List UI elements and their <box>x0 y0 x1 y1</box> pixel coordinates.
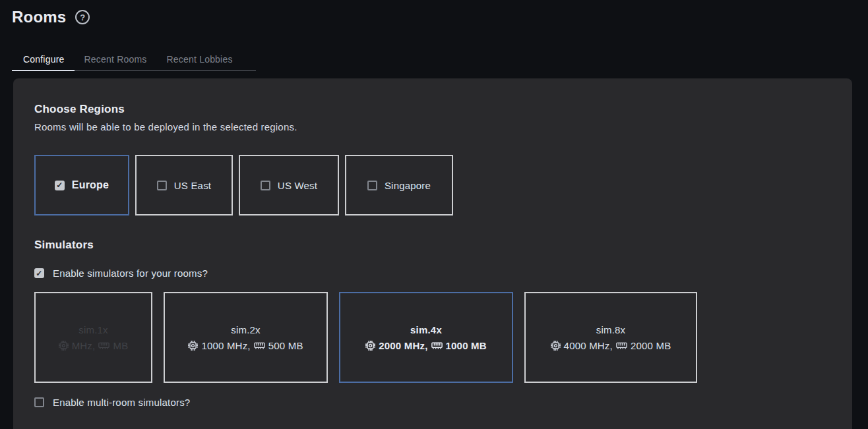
ram-icon <box>431 341 443 350</box>
cpu-chip-icon <box>551 341 561 351</box>
region-card-europe[interactable]: Europe <box>34 155 129 215</box>
tab-recent-lobbies[interactable]: Recent Lobbies <box>157 47 243 71</box>
sim-name: sim.8x <box>596 324 626 335</box>
page-title: Rooms <box>12 8 66 26</box>
tab-label: Configure <box>23 54 65 65</box>
sim-card-1x: sim.1x MHz, MB <box>34 292 152 383</box>
region-card-us-east[interactable]: US East <box>135 155 233 215</box>
tab-label: Recent Rooms <box>84 54 147 65</box>
cpu-chip-icon <box>188 341 198 351</box>
ram-icon <box>616 341 627 350</box>
sim-card-8x[interactable]: sim.8x 4000 MHz, 2000 MB <box>524 292 697 383</box>
ram-icon <box>98 341 109 350</box>
region-label: Singapore <box>385 180 431 191</box>
simulators-heading: Simulators <box>34 239 831 252</box>
checkbox-unchecked-icon[interactable] <box>261 181 270 190</box>
checkbox-checked-icon[interactable] <box>55 181 65 190</box>
tab-bar: Configure Recent Rooms Recent Lobbies <box>13 47 868 71</box>
tab-recent-rooms[interactable]: Recent Rooms <box>75 47 157 71</box>
enable-simulators-checkbox[interactable]: Enable simulators for your rooms? <box>34 268 831 279</box>
region-label: US East <box>174 180 211 191</box>
tab-configure[interactable]: Configure <box>13 47 75 71</box>
sim-cpu: 2000 MHz, <box>379 340 427 351</box>
sim-spec: 4000 MHz, 2000 MB <box>551 340 671 351</box>
regions-subtitle: Rooms will be able to be deployed in the… <box>34 121 831 132</box>
cpu-chip-icon <box>59 341 69 351</box>
enable-multi-room-label: Enable multi-room simulators? <box>53 397 190 408</box>
sim-card-2x[interactable]: sim.2x 1000 MHz, 500 MB <box>164 292 328 383</box>
region-label: US West <box>278 180 317 191</box>
enable-multi-room-checkbox[interactable]: Enable multi-room simulators? <box>34 397 831 408</box>
sim-name: sim.4x <box>410 324 442 335</box>
sim-ram: 2000 MB <box>631 340 671 351</box>
cpu-chip-icon <box>365 341 375 351</box>
tab-label: Recent Lobbies <box>167 54 233 65</box>
sim-ram: MB <box>113 340 128 351</box>
region-card-us-west[interactable]: US West <box>239 155 339 215</box>
region-label: Europe <box>72 179 109 191</box>
sim-cpu: MHz, <box>72 340 96 351</box>
checkbox-checked-icon[interactable] <box>34 268 44 278</box>
region-card-singapore[interactable]: Singapore <box>345 155 453 215</box>
help-icon[interactable]: ? <box>75 10 90 24</box>
checkbox-unchecked-icon[interactable] <box>157 181 167 190</box>
sim-name: sim.2x <box>231 324 261 335</box>
checkbox-unchecked-icon[interactable] <box>34 397 44 407</box>
sim-ram: 500 MB <box>268 340 303 351</box>
enable-simulators-label: Enable simulators for your rooms? <box>53 268 208 279</box>
sim-cpu: 1000 MHz, <box>201 340 250 351</box>
sim-ram: 1000 MB <box>446 340 487 351</box>
page-header: Rooms ? <box>0 0 868 26</box>
ram-icon <box>254 341 265 350</box>
regions-heading: Choose Regions <box>34 103 831 116</box>
region-options: Europe US East US West Singapore <box>34 155 831 215</box>
checkbox-unchecked-icon[interactable] <box>367 181 377 190</box>
sim-spec: 1000 MHz, 500 MB <box>188 340 303 351</box>
sim-cpu: 4000 MHz, <box>564 340 613 351</box>
sim-card-4x[interactable]: sim.4x 2000 MHz, 1000 MB <box>339 292 513 383</box>
simulator-options: sim.1x MHz, MB sim.2x <box>34 292 831 383</box>
sim-spec: MHz, MB <box>59 340 129 351</box>
configure-panel: Choose Regions Rooms will be able to be … <box>13 78 852 429</box>
sim-name: sim.1x <box>78 324 108 335</box>
sim-spec: 2000 MHz, 1000 MB <box>365 340 487 351</box>
